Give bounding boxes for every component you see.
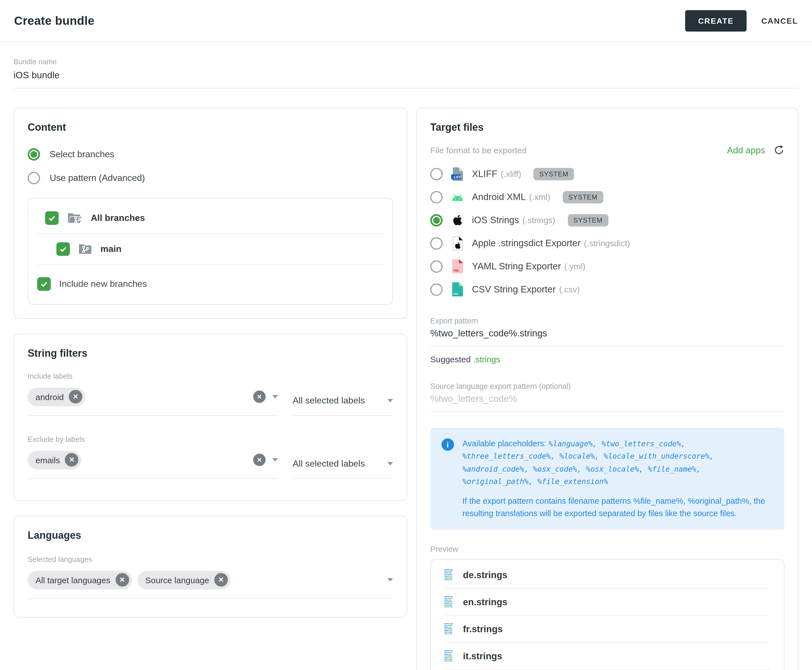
branch-row-all-branches[interactable]: All branches: [37, 203, 383, 234]
radio-off-icon[interactable]: [430, 168, 442, 180]
preview-box: de.strings en.strings fr.strings it: [430, 559, 784, 670]
format-ext: (.xliff): [501, 169, 521, 179]
radio-off-icon[interactable]: [430, 237, 442, 249]
svg-text:csv: csv: [453, 292, 458, 295]
export-pattern-input[interactable]: [430, 328, 784, 347]
android-icon: [451, 193, 464, 201]
exclude-labels-label: Exclude by labels: [28, 435, 393, 443]
file-format-label: File format to be exported: [430, 146, 527, 155]
strings-file-icon: [444, 623, 453, 635]
add-apps-link[interactable]: Add apps: [727, 145, 765, 155]
checkbox-include-new-branches[interactable]: [37, 277, 51, 291]
branch-folder-icon: [78, 244, 92, 255]
info-note: If the export pattern contains filename …: [463, 495, 773, 520]
string-filters-card: String filters Include labels android ✕ …: [14, 333, 407, 501]
exclude-labels-mode-dropdown[interactable]: All selected labels: [293, 454, 393, 479]
language-chip: Source language ✕: [137, 570, 231, 589]
chip-label: Source language: [145, 575, 209, 585]
source-pattern-label: Source language export pattern (optional…: [430, 382, 784, 391]
radio-off-icon[interactable]: [430, 260, 442, 272]
clear-field-icon[interactable]: ✕: [253, 453, 266, 466]
strings-file-icon: [444, 569, 453, 581]
language-chip: All target languages ✕: [28, 570, 132, 589]
refresh-icon[interactable]: [774, 145, 784, 156]
format-row-android-xml[interactable]: Android XML (.xml) SYSTEM: [430, 185, 784, 208]
svg-text:YML: YML: [453, 269, 459, 272]
target-files-card: Target files File format to be exported …: [416, 108, 798, 670]
chip-label: android: [36, 392, 64, 401]
stringsdict-file-icon: [451, 236, 464, 250]
radio-off-icon[interactable]: [430, 191, 442, 203]
placeholders-info-box: i Available placeholders: %language%, %t…: [430, 428, 784, 530]
format-row-ios-strings[interactable]: iOS Strings (.strings) SYSTEM: [430, 208, 784, 232]
include-labels-mode-dropdown[interactable]: All selected labels: [293, 391, 393, 416]
branch-row-main[interactable]: main: [37, 234, 383, 265]
selected-languages-field[interactable]: All target languages ✕ Source language ✕: [28, 563, 393, 599]
right-column: Target files File format to be exported …: [416, 108, 798, 670]
folder-branch-icon: [67, 212, 82, 224]
radio-on-icon[interactable]: [430, 214, 442, 226]
radio-select-branches-label: Select branches: [50, 149, 114, 159]
file-format-header: File format to be exported Add apps: [430, 145, 784, 156]
exclude-labels-field[interactable]: emails ✕ ✕: [28, 443, 278, 479]
format-row-xliff[interactable]: XLIFF XLIFF (.xliff) SYSTEM: [430, 162, 784, 185]
chevron-down-icon[interactable]: [387, 578, 393, 582]
source-pattern-input[interactable]: [430, 393, 784, 412]
chevron-down-icon[interactable]: [272, 395, 278, 398]
target-files-title: Target files: [430, 122, 784, 134]
format-name: Apple .stringsdict Exporter: [472, 238, 580, 249]
radio-select-branches[interactable]: Select branches: [28, 148, 393, 161]
string-filters-title: String filters: [28, 348, 393, 360]
clear-field-icon[interactable]: ✕: [253, 391, 266, 403]
apple-icon: [451, 214, 464, 226]
xliff-file-icon: XLIFF: [451, 166, 464, 181]
dropdown-value: All selected labels: [293, 396, 365, 406]
format-name: XLIFF: [472, 169, 497, 179]
csv-file-icon: csv: [451, 282, 464, 296]
chip-remove-icon[interactable]: ✕: [214, 573, 228, 587]
include-labels-label: Include labels: [28, 372, 393, 381]
format-row-stringsdict[interactable]: Apple .stringsdict Exporter (.stringsdic…: [430, 232, 784, 255]
radio-off-icon[interactable]: [430, 283, 442, 296]
bundle-name-input[interactable]: [14, 70, 798, 88]
info-placeholders-line: Available placeholders: %language%, %two…: [463, 437, 773, 488]
preview-file-row: de.strings: [444, 562, 770, 589]
radio-on-icon[interactable]: [28, 148, 40, 161]
include-labels-field[interactable]: android ✕ ✕: [28, 381, 278, 416]
check-icon: [39, 279, 49, 289]
format-ext: (.yml): [564, 261, 585, 271]
radio-use-pattern[interactable]: Use pattern (Advanced): [28, 172, 393, 184]
preview-file-name: it.strings: [463, 651, 502, 662]
svg-text:XLIFF: XLIFF: [451, 175, 461, 179]
content-title: Content: [28, 122, 393, 134]
format-row-yaml[interactable]: YML YAML String Exporter (.yml): [430, 255, 784, 278]
format-ext: (.xml): [529, 192, 550, 202]
preview-file-name: fr.strings: [463, 624, 503, 634]
checkbox-all-branches[interactable]: [45, 211, 59, 225]
chip-remove-icon[interactable]: ✕: [115, 573, 129, 587]
include-new-branches-row[interactable]: Include new branches: [37, 265, 383, 300]
include-labels-row: android ✕ ✕ All selected labels: [28, 381, 393, 416]
format-row-csv[interactable]: csv CSV String Exporter (.csv): [430, 278, 784, 301]
check-icon: [59, 245, 68, 254]
chevron-down-icon[interactable]: [272, 458, 278, 462]
system-badge: SYSTEM: [563, 191, 603, 203]
info-text: Available placeholders: %language%, %two…: [463, 437, 773, 520]
format-ext: (.stringsdict): [584, 239, 630, 248]
cancel-button[interactable]: CANCEL: [761, 16, 798, 25]
chip-remove-icon[interactable]: ✕: [69, 390, 82, 403]
chevron-down-icon: [387, 462, 393, 465]
preview-file-row: it.strings: [444, 643, 770, 670]
format-name: CSV String Exporter: [472, 284, 556, 295]
include-new-branches-label: Include new branches: [59, 279, 147, 289]
suggested-strings-link[interactable]: .strings: [473, 354, 500, 364]
create-button[interactable]: CREATE: [685, 10, 747, 31]
system-badge: SYSTEM: [568, 214, 609, 226]
branches-box: All branches main: [28, 198, 393, 305]
chip-remove-icon[interactable]: ✕: [65, 453, 79, 467]
checkbox-main[interactable]: [56, 242, 70, 256]
format-name: Android XML: [472, 191, 526, 202]
branch-label: main: [100, 244, 122, 254]
info-icon: i: [442, 438, 454, 451]
radio-off-icon[interactable]: [28, 172, 40, 184]
